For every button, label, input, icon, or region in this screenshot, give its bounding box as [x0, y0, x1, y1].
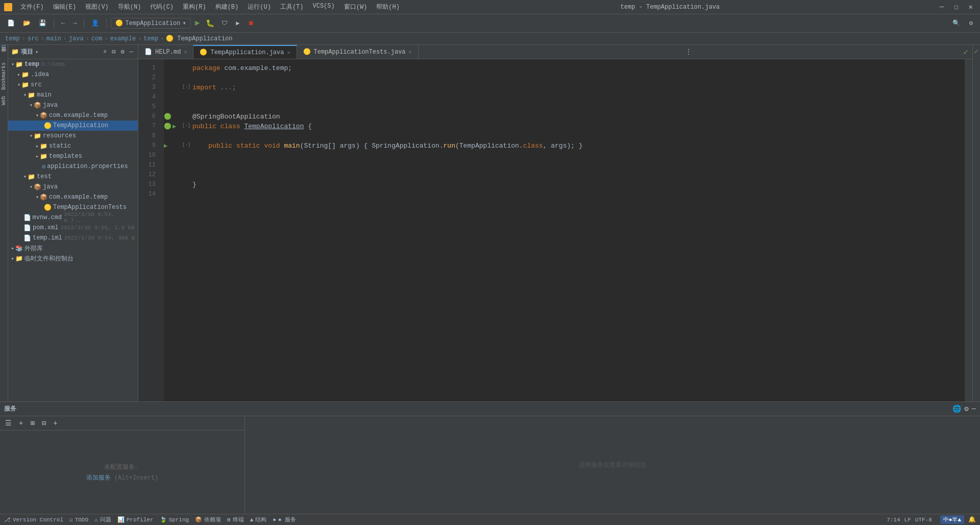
tree-item-src[interactable]: ▾ 📁 src: [8, 80, 138, 90]
version-control-button[interactable]: ⎇ Version Control: [4, 516, 63, 523]
tab-help-md[interactable]: 📄 HELP.md ✕: [138, 45, 193, 59]
breadcrumb-src[interactable]: src: [28, 35, 39, 42]
tree-item-templates[interactable]: ▸ 📁 templates: [8, 151, 138, 161]
breadcrumb-java[interactable]: java: [69, 35, 84, 42]
tab-help-md-close[interactable]: ✕: [184, 49, 187, 55]
forward-button[interactable]: →: [70, 18, 80, 29]
tree-item-scratch[interactable]: ▸ 📁 临时文件和控制台: [8, 253, 138, 264]
tree-item-package[interactable]: ▾ 📦 com.example.temp: [8, 110, 138, 121]
save-all-button[interactable]: 💾: [36, 18, 50, 29]
run-class-button[interactable]: ▶: [173, 123, 176, 130]
breadcrumb-temp[interactable]: temp: [5, 35, 20, 42]
profiler-button[interactable]: 📊 Profiler: [117, 516, 154, 523]
tree-item-mvnw[interactable]: 📄 mvnw.cmd 2022/3/30 9:54, 6.7...: [8, 212, 138, 223]
run-main-button[interactable]: ▶: [164, 142, 167, 150]
menu-help[interactable]: 帮助(H): [372, 2, 404, 12]
services-add-link[interactable]: 添加服务: [86, 474, 111, 482]
services-expand-btn[interactable]: ⊟: [40, 418, 48, 428]
encoding-indicator[interactable]: UTF-8: [915, 517, 932, 523]
close-button[interactable]: ✕: [966, 2, 976, 12]
menu-build[interactable]: 构建(B): [211, 2, 243, 12]
tree-item-test-java[interactable]: ▾ 📦 java: [8, 182, 138, 192]
services-more-btn[interactable]: +: [51, 418, 59, 428]
menu-view[interactable]: 视图(V): [81, 2, 113, 12]
tree-item-test[interactable]: ▾ 📁 test: [8, 172, 138, 182]
search-everywhere-button[interactable]: 🔍: [949, 18, 963, 29]
tab-more-button[interactable]: ⋮: [681, 45, 696, 59]
notification-bell-icon[interactable]: 🔔: [968, 516, 976, 523]
tab-temp-application[interactable]: 🟡 TempApplication.java ✕: [193, 45, 297, 59]
tree-item-ext-libs[interactable]: ▸ 📚 外部库: [8, 243, 138, 253]
tree-item-main[interactable]: ▾ 📁 main: [8, 90, 138, 100]
services-add-btn[interactable]: +: [17, 418, 25, 428]
profile-button[interactable]: ▶: [233, 18, 242, 29]
breadcrumb-main[interactable]: main: [46, 35, 61, 42]
tree-item-temp-app-tests[interactable]: 🟡 TempApplicationTests: [8, 202, 138, 212]
sidebar-tab-bookmarks[interactable]: Bookmarks: [1, 59, 7, 93]
services-list-btn[interactable]: ☰: [3, 418, 14, 428]
services-settings-button[interactable]: ⚙: [964, 404, 968, 413]
tree-item-app-props[interactable]: ⚙ application.properties: [8, 161, 138, 172]
menu-run[interactable]: 运行(U): [243, 2, 275, 12]
new-file-button[interactable]: 📄: [4, 18, 18, 29]
services-status-button[interactable]: ● ● 服务: [273, 516, 296, 523]
terminal-button[interactable]: ⊞ 终端: [227, 516, 244, 523]
tab-temp-app-tests[interactable]: 🟡 TempApplicationTests.java ✕: [297, 45, 419, 59]
stop-button[interactable]: ⏹: [245, 18, 257, 29]
dependencies-button[interactable]: 📦 依赖项: [195, 516, 221, 523]
tab-tests-close[interactable]: ✕: [409, 49, 412, 55]
locate-file-button[interactable]: ⌕: [102, 47, 108, 56]
spring-button[interactable]: 🍃 Spring: [160, 516, 189, 523]
debug-button[interactable]: 🐛: [204, 18, 216, 29]
menu-code[interactable]: 代码(C): [146, 2, 178, 12]
line-ending-indicator[interactable]: LF: [904, 517, 911, 523]
menu-edit[interactable]: 编辑(E): [49, 2, 81, 12]
todo-button[interactable]: ☑ TODO: [69, 516, 88, 523]
hide-panel-button[interactable]: —: [128, 48, 135, 56]
back-button[interactable]: ←: [58, 18, 68, 29]
class-run-icon[interactable]: 🟢: [164, 123, 172, 130]
spring-boot-annotation-icon[interactable]: 🟢: [164, 113, 172, 121]
tree-item-temp-application[interactable]: 🟡 TempApplication: [8, 121, 138, 131]
breadcrumb-temp2[interactable]: temp: [143, 35, 158, 42]
services-hide-button[interactable]: —: [972, 404, 976, 413]
sidebar-tab-web[interactable]: Web: [1, 93, 7, 108]
menu-file[interactable]: 文件(F): [16, 2, 48, 12]
menu-tools[interactable]: 工具(T): [276, 2, 308, 12]
services-group-btn[interactable]: ⊞: [28, 418, 36, 428]
run-button[interactable]: ►: [193, 18, 202, 29]
menu-navigate[interactable]: 导航(N): [114, 2, 145, 12]
tree-item-static[interactable]: ▸ 📁 static: [8, 141, 138, 151]
minimize-button[interactable]: —: [937, 2, 947, 12]
tree-item-idea[interactable]: ▸ 📁 .idea: [8, 69, 138, 80]
position-indicator[interactable]: 7:14: [887, 517, 900, 523]
services-globe-button[interactable]: 🌐: [952, 404, 961, 413]
tree-item-iml[interactable]: 📄 temp.iml 2022/3/30 9:54, 368 B: [8, 233, 138, 243]
panel-settings-button[interactable]: ⚙: [119, 47, 126, 56]
maximize-button[interactable]: ☐: [951, 2, 961, 12]
open-button[interactable]: 📂: [20, 18, 34, 29]
tree-item-pom[interactable]: 📄 pom.xml 2022/3/30 9:55, 1.9 kB: [8, 223, 138, 233]
tree-item-java-dir[interactable]: ▾ 📦 java: [8, 100, 138, 110]
tree-item-root[interactable]: ▾ 📁 temp D:\temp: [8, 59, 138, 69]
git-button[interactable]: 👤: [88, 18, 102, 29]
code-content[interactable]: package com.example.temp; import ...; @S…: [188, 59, 965, 401]
settings-button[interactable]: ⚙: [966, 18, 976, 29]
panel-dropdown-icon[interactable]: ▾: [35, 49, 38, 55]
tree-item-resources[interactable]: ▾ 📁 resources: [8, 131, 138, 141]
menu-vcs[interactable]: VCS(S): [308, 2, 338, 12]
sidebar-tab-project[interactable]: 项目: [0, 47, 8, 53]
coverage-button[interactable]: 🛡: [218, 18, 231, 29]
breadcrumb-com[interactable]: com: [91, 35, 103, 42]
problems-button[interactable]: ⚠ 问题: [94, 516, 111, 523]
structure-button[interactable]: ▲ 结构: [250, 516, 267, 523]
breadcrumb-example[interactable]: example: [110, 35, 136, 42]
menu-refactor[interactable]: 重构(R): [179, 2, 210, 12]
sidebar-tab-commit[interactable]: 提交: [0, 53, 8, 59]
tab-temp-app-close[interactable]: ✕: [287, 50, 290, 56]
run-configuration[interactable]: 🟡 TempApplication ▾: [111, 18, 190, 29]
ime-button[interactable]: 中●半▲: [940, 515, 964, 524]
collapse-all-button[interactable]: ⊟: [110, 47, 117, 56]
tree-item-test-package[interactable]: ▾ 📦 com.example.temp: [8, 192, 138, 202]
menu-window[interactable]: 窗口(W): [340, 2, 372, 12]
